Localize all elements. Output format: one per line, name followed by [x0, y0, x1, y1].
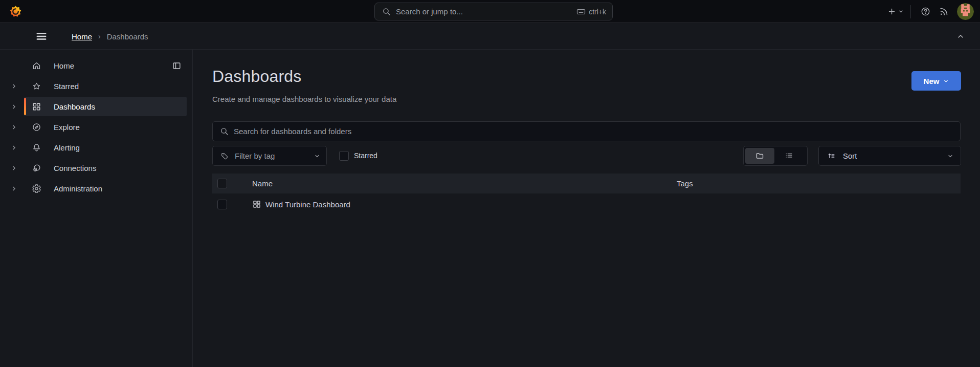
grafana-app: ctrl+k [0, 0, 980, 367]
chevron-right-icon[interactable] [9, 143, 18, 152]
topbar-actions [886, 0, 974, 23]
apps-icon [252, 200, 261, 209]
list-icon [785, 152, 793, 160]
mega-menu-toggle[interactable] [33, 29, 50, 44]
compass-icon [31, 122, 41, 132]
apps-icon [31, 101, 41, 112]
chevron-down-icon [943, 78, 949, 84]
sidebar-item-label: Starred [54, 82, 79, 91]
chevron-down-icon [314, 153, 320, 159]
dock-menu-button[interactable] [170, 59, 183, 72]
folder-icon [755, 152, 764, 160]
global-search[interactable]: ctrl+k [374, 3, 613, 20]
search-icon [382, 7, 391, 16]
gear-icon [31, 183, 41, 193]
column-header-tags[interactable]: Tags [677, 179, 693, 188]
rss-icon [939, 7, 949, 16]
chevron-right-icon[interactable] [9, 102, 18, 111]
global-search-input[interactable] [396, 7, 576, 16]
starred-checkbox[interactable] [339, 151, 349, 161]
active-item-highlight [24, 97, 187, 116]
sort-icon [827, 152, 836, 160]
chevron-down-icon [898, 9, 904, 14]
dock-panel-icon [172, 61, 182, 71]
sidebar-item-starred[interactable]: Starred [0, 76, 192, 96]
breadcrumb-separator-icon: › [98, 32, 101, 40]
breadcrumb: Home › Dashboards [72, 32, 148, 41]
active-item-accent-bar [24, 98, 26, 115]
help-button[interactable] [916, 4, 934, 19]
column-header-name[interactable]: Name [252, 179, 273, 188]
sort-dropdown[interactable]: Sort [818, 146, 961, 166]
search-icon [220, 127, 229, 136]
view-mode-toggle [743, 146, 808, 166]
table-header-row: Name Tags [212, 174, 961, 193]
page-title: Dashboards [212, 67, 302, 86]
breadcrumb-current: Dashboards [107, 32, 148, 41]
folder-view-button[interactable] [745, 148, 774, 164]
chevron-down-icon [947, 153, 953, 159]
table-row[interactable]: Wind Turbine Dashboard [212, 193, 961, 215]
news-rss-button[interactable] [934, 4, 953, 19]
new-menu-button[interactable] [886, 4, 905, 19]
dashboards-table: Name Tags Wind Turbine Dashboard [212, 174, 961, 215]
main-content: Dashboards Create and manage dashboards … [193, 50, 980, 367]
list-view-button[interactable] [774, 148, 804, 164]
hamburger-icon [35, 31, 48, 42]
chevron-right-icon[interactable] [9, 163, 18, 172]
starred-checkbox-label[interactable]: Starred [354, 152, 377, 160]
topbar-divider [910, 5, 911, 18]
keyboard-icon [576, 7, 586, 16]
filter-toolbar: Filter by tag Starred [212, 146, 961, 166]
help-icon [921, 7, 930, 16]
new-button[interactable]: New [911, 71, 961, 91]
sort-label: Sort [843, 152, 947, 160]
page-subtitle: Create and manage dashboards to visualiz… [212, 95, 396, 103]
dashboard-search-input[interactable] [234, 127, 953, 136]
sidebar-item-label: Home [54, 61, 74, 70]
chevron-up-icon [956, 32, 965, 40]
dashboard-search-box [212, 121, 961, 141]
top-bar: ctrl+k [0, 0, 980, 23]
row-checkbox[interactable] [217, 200, 227, 209]
sidebar-item-label: Connections [54, 164, 96, 172]
sidebar-item-administration[interactable]: Administration [0, 178, 192, 199]
dashboard-name-link[interactable]: Wind Turbine Dashboard [265, 200, 350, 209]
sidebar-item-label: Dashboards [54, 102, 95, 111]
mega-menu-sidebar: Home Starred [0, 50, 193, 367]
chevron-right-icon[interactable] [9, 184, 18, 193]
keyboard-shortcut-badge: ctrl+k [576, 7, 606, 16]
sidebar-item-dashboards[interactable]: Dashboards [0, 96, 192, 117]
bell-icon [31, 142, 41, 153]
collapse-toolbar-button[interactable] [952, 29, 969, 44]
chevron-right-icon[interactable] [9, 122, 18, 132]
user-avatar[interactable] [957, 3, 974, 20]
sidebar-item-label: Explore [54, 123, 80, 132]
sidebar-item-label: Administration [54, 184, 102, 193]
sidebar-item-home[interactable]: Home [0, 55, 192, 76]
breadcrumb-home-link[interactable]: Home [72, 32, 92, 41]
chevron-right-icon[interactable] [9, 81, 18, 91]
filter-by-tag-label: Filter by tag [235, 152, 314, 160]
home-icon [31, 60, 41, 71]
sidebar-item-alerting[interactable]: Alerting [0, 137, 192, 158]
sidebar-item-explore[interactable]: Explore [0, 117, 192, 137]
plug-icon [31, 163, 41, 173]
sidebar-item-label: Alerting [54, 143, 80, 152]
grafana-logo-icon[interactable] [9, 5, 23, 18]
select-all-checkbox[interactable] [217, 179, 227, 188]
star-icon [31, 81, 41, 91]
sidebar-item-connections[interactable]: Connections [0, 158, 192, 178]
breadcrumb-bar: Home › Dashboards [0, 24, 980, 50]
plus-icon [887, 7, 896, 16]
filter-by-tag-dropdown[interactable]: Filter by tag [212, 146, 327, 166]
tag-icon [220, 152, 229, 160]
